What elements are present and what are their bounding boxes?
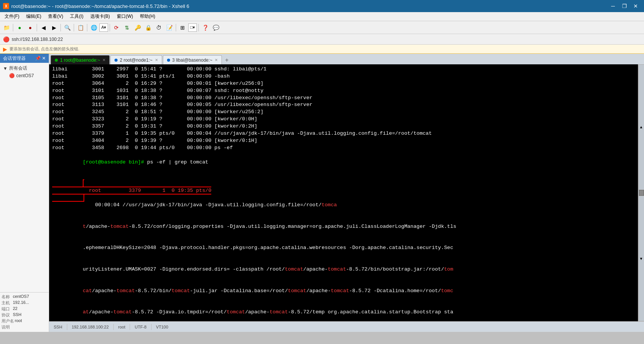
globe-button[interactable]: 🌐 [89, 23, 99, 33]
session-name-row: 名称 centOS7 [2, 294, 47, 300]
reload-button[interactable]: ⟳ [111, 23, 121, 33]
info-icon: ▶ [3, 46, 7, 52]
timer-button[interactable]: ⏱ [154, 23, 164, 33]
session-protocol-row: 协议 SSH [2, 312, 47, 318]
term-wrapped-5: at/apache-tomcat-8.5.72 -Djava.io.tmpdir… [52, 302, 635, 321]
forward-button[interactable]: ▶ [49, 23, 59, 33]
status-sep-1 [67, 324, 67, 330]
term-wrapped-1: t/apache-tomcat-8.5.72/conf/logging.prop… [52, 216, 635, 238]
window-title: root@basenode:~ - root@basenode:~/tomcat… [11, 3, 189, 9]
status-sep-4 [151, 324, 152, 330]
app-icon: X [3, 3, 9, 9]
layout-button[interactable]: ⊞ [178, 23, 187, 33]
script-button[interactable]: 📝 [164, 23, 174, 33]
session-username-value: root [15, 318, 22, 324]
term-line-6: root 3113 3101 0 18:46 ? 00:00:05 /usr/l… [52, 101, 635, 109]
session-port-label: 端口 [2, 306, 12, 312]
session-protocol-value: SSH [13, 312, 22, 318]
tab-3-close[interactable]: ✕ [215, 58, 218, 62]
term-line-9: root 3357 2 0 19:31 ? 00:00:00 [kworker/… [52, 123, 635, 130]
menu-help[interactable]: 帮助(H) [137, 12, 158, 20]
tab-3[interactable]: 3 libai@basenode:~ ✕ [163, 55, 222, 64]
tab-2-close[interactable]: ✕ [155, 58, 158, 62]
main-content: 会话管理器 📌 ✕ ▼ 所有会话 🔴 centOS7 名称 centOS7 主机… [0, 54, 644, 332]
menu-window[interactable]: 窗口(W) [114, 12, 136, 20]
scroll-up-button[interactable]: ▲ [638, 64, 644, 190]
term-line-4: root 3101 1031 0 18:38 ? 00:00:07 sshd: … [52, 87, 635, 95]
term-area: libai 3001 2997 0 15:41 ? 00:00:00 sshd:… [49, 64, 644, 321]
session-status-icon: 🔴 [9, 73, 15, 78]
term-line-12: root 3458 2698 0 19:44 pts/0 00:00:00 ps… [52, 145, 635, 152]
sidebar: 会话管理器 📌 ✕ ▼ 所有会话 🔴 centOS7 名称 centOS7 主机… [0, 54, 49, 332]
term-wrapped-4: cat/apache-tomcat-8.5.72/bin/tomcat-juli… [52, 280, 635, 302]
close-button[interactable]: ✕ [630, 2, 641, 11]
term-line-5: root 3105 3101 0 18:38 ? 00:00:00 /usr/l… [52, 95, 635, 102]
help-button[interactable]: ❓ [200, 23, 210, 33]
term-line-10: root 3379 1 0 19:35 pts/0 00:00:04 //usr… [52, 130, 635, 137]
menu-view[interactable]: 查看(V) [45, 12, 66, 20]
menu-file[interactable]: 文件(F) [2, 12, 22, 20]
sidebar-pin-icon[interactable]: 📌 ✕ [35, 56, 46, 61]
status-host: 192.168.188.100:22 [70, 325, 110, 329]
tab-2[interactable]: 2 root@node1:~ ✕ [110, 55, 162, 64]
status-terminal-type: VT100 [155, 325, 170, 329]
session-info-panel: 名称 centOS7 主机 192.16... 端口 22 协议 SSH 用户名… [0, 292, 49, 332]
chat-button[interactable]: 💬 [211, 23, 221, 33]
toolbar-sep-2 [37, 24, 37, 31]
address-bar: 🔴 ssh://192.168.188.100:22 [0, 34, 644, 45]
expand-icon: ▼ [3, 66, 8, 71]
back-button[interactable]: ◀ [39, 23, 48, 33]
toolbar-sep-8 [198, 24, 199, 31]
toolbar: 📁 ● ● ◀ ▶ 🔍 📋 🌐 A▾ ⟳ ⇅ 🔑 🔒 ⏱ 📝 ⊞ □▾ ❓ 💬 [0, 21, 644, 34]
menu-tools[interactable]: 工具(I) [67, 12, 86, 20]
new-session-button[interactable]: 📁 [2, 23, 11, 33]
term-wrapped-2: .ephemeralDHKeySize=2048 -Djava.protocol… [52, 237, 635, 259]
toolbar-sep-6 [110, 24, 110, 31]
terminal[interactable]: libai 3001 2997 0 15:41 ? 00:00:00 sshd:… [49, 64, 638, 321]
keys-button[interactable]: 🔑 [133, 23, 142, 33]
lock-button[interactable]: 🔒 [143, 23, 153, 33]
scrollbar[interactable]: ▲ ▼ [638, 64, 644, 321]
term-line-2: libai 3002 3001 0 15:41 pts/1 00:00:00 -… [52, 73, 635, 80]
toolbar-sep-3 [60, 24, 61, 31]
sidebar-title: 会话管理器 [3, 55, 26, 62]
session-port-row: 端口 22 [2, 306, 47, 312]
minimize-button[interactable]: ─ [608, 2, 618, 11]
restore-button[interactable]: ❐ [619, 2, 630, 11]
connect-button[interactable]: ● [15, 23, 25, 33]
term-line-11: root 3404 2 0 19:39 ? 00:00:00 [kworker/… [52, 137, 635, 145]
session-name-value: centOS7 [13, 294, 29, 300]
zoom-button[interactable]: 🔍 [62, 23, 72, 33]
status-bar: SSH 192.168.188.100:22 root UTF-8 VT100 [49, 321, 644, 332]
term-line-8: root 3323 2 0 19:19 ? 00:00:00 [kworker/… [52, 116, 635, 123]
session-host-value: 192.16... [13, 300, 29, 306]
addr-icon: 🔴 [3, 36, 9, 42]
toolbar-sep-5 [87, 24, 87, 31]
menu-edit[interactable]: 编辑(E) [23, 12, 44, 20]
layout-dropdown[interactable]: □▾ [188, 23, 197, 32]
tab-3-indicator [167, 59, 170, 62]
session-desc-label: 说明 [2, 324, 12, 330]
sidebar-tree: ▼ 所有会话 🔴 centOS7 [0, 63, 49, 292]
font-dropdown[interactable]: A▾ [99, 23, 108, 32]
menu-tabs[interactable]: 选项卡(B) [87, 12, 113, 20]
terminal-wrapper: 1 root@basenode:~ ✕ 2 root@node1:~ ✕ 3 l… [49, 54, 644, 332]
scroll-down-button[interactable]: ▼ [638, 196, 644, 321]
tab-1-close[interactable]: ✕ [102, 58, 105, 62]
status-user: root [117, 325, 127, 329]
copy-button[interactable]: 📋 [76, 23, 85, 33]
tab-2-label: 2 root@node1:~ [120, 58, 153, 63]
window-controls: ─ ❐ ✕ [608, 2, 641, 11]
tab-2-indicator [115, 59, 118, 62]
sidebar-item-all-sessions[interactable]: ▼ 所有会话 [2, 64, 47, 72]
term-line-7: root 3245 2 0 18:51 ? 00:00:00 [kworker/… [52, 109, 635, 116]
disconnect-button[interactable]: ● [25, 23, 35, 33]
sidebar-item-centos7[interactable]: 🔴 centOS7 [8, 72, 47, 79]
session-protocol-label: 协议 [2, 312, 12, 318]
tab-1[interactable]: 1 root@basenode:~ ✕ [51, 55, 110, 64]
add-tab-button[interactable]: + [223, 56, 231, 64]
title-bar-left: X root@basenode:~ - root@basenode:~/tomc… [3, 3, 189, 9]
session-host-row: 主机 192.16... [2, 300, 47, 306]
term-prompt-grep: [root@basenode bin]# ps -ef | grep tomca… [52, 152, 635, 173]
transfer-button[interactable]: ⇅ [122, 23, 132, 33]
